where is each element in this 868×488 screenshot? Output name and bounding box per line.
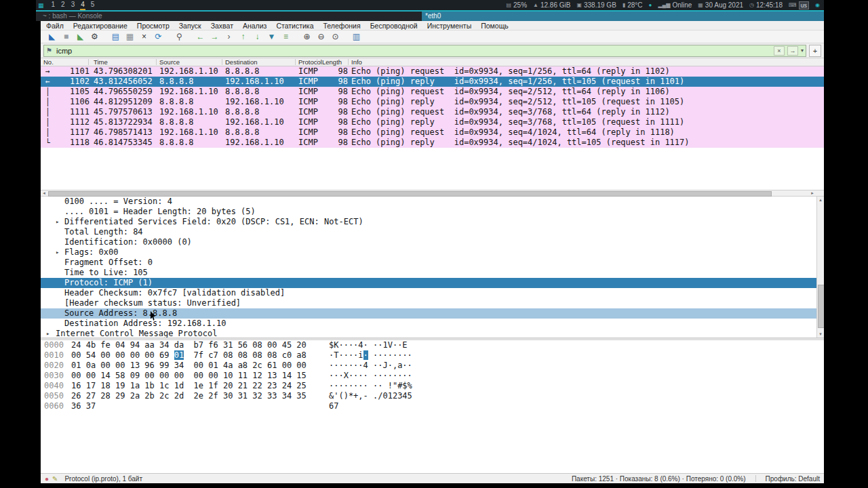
workspace-1[interactable]: 1	[51, 0, 56, 10]
hex-row-0030[interactable]: 003000 00 14 58 09 00 00 00 00 00 10 11 …	[41, 371, 824, 381]
menu-item-4[interactable]: Захват	[211, 22, 233, 30]
menu-item-3[interactable]: Запуск	[179, 22, 201, 30]
detail-line-2[interactable]: ▸Differentiated Services Field: 0x20 (DS…	[41, 217, 824, 227]
expand-arrow-icon[interactable]: ▸	[56, 217, 59, 227]
hex-ascii[interactable]: ···X···· ········	[329, 371, 412, 381]
hex-bytes[interactable]: 36 37	[71, 401, 96, 411]
hex-ascii[interactable]: &'()*+,- ./012345	[329, 391, 412, 401]
detail-line-1[interactable]: .... 0101 = Header Length: 20 bytes (5)	[41, 207, 824, 217]
zoom-100-icon[interactable]: ⊙	[328, 31, 342, 43]
packet-row-1117[interactable]: │111746.798571413192.168.1.108.8.8.8ICMP…	[41, 127, 824, 138]
menu-item-0[interactable]: Файл	[46, 22, 64, 30]
column-header-info[interactable]: Info	[351, 58, 362, 66]
zoom-in-icon[interactable]: ⊕	[300, 31, 314, 43]
hex-bytes[interactable]: 16 17 18 19 1a 1b 1c 1d 1e 1f 20 21 22 2…	[71, 381, 307, 391]
scroll-up-icon[interactable]: ▴	[817, 197, 824, 203]
go-first-packet-icon[interactable]: ↑	[236, 31, 250, 43]
capture-options-icon[interactable]: ⚙	[87, 31, 102, 43]
packet-row-1106[interactable]: │110644.8129512098.8.8.8192.168.1.10ICMP…	[41, 97, 824, 107]
display-filter-field[interactable]: ⚑ × → ▾	[43, 45, 806, 57]
packet-row-1105[interactable]: │110544.796550259192.168.1.108.8.8.8ICMP…	[41, 87, 824, 97]
open-file-icon[interactable]: ▤	[108, 31, 123, 43]
packet-list-hscrollbar[interactable]: ◂ ▸	[41, 190, 824, 197]
hex-row-0050[interactable]: 005026 27 28 29 2a 2b 2c 2d 2e 2f 30 31 …	[41, 391, 824, 401]
detail-line-5[interactable]: ▸Flags: 0x00	[41, 247, 824, 258]
auto-scroll-icon[interactable]: ▼	[264, 31, 279, 43]
app-grid-icon[interactable]: ▦	[38, 2, 44, 9]
filter-clear-icon[interactable]: ×	[774, 46, 785, 56]
packet-row-1102[interactable]: ←110243.8124560528.8.8.8192.168.1.10ICMP…	[41, 77, 824, 87]
column-header-src[interactable]: Source	[159, 58, 180, 66]
menu-item-6[interactable]: Статистика	[276, 22, 313, 30]
hex-bytes[interactable]: 00 00 14 58 09 00 00 00 00 00 10 11 12 1…	[71, 371, 307, 381]
menu-item-8[interactable]: Беспроводной	[370, 22, 418, 30]
add-filter-button[interactable]: +	[809, 45, 821, 57]
packet-row-1118[interactable]: └111846.8147533458.8.8.8192.168.1.10ICMP…	[41, 138, 824, 148]
expand-arrow-icon[interactable]: ▸	[56, 247, 59, 258]
hex-bytes[interactable]: 01 0a 00 00 13 96 99 34 00 01 4a a8 2c 6…	[71, 361, 307, 371]
detail-line-12[interactable]: Destination Address: 192.168.1.10	[41, 319, 824, 329]
stop-capture-icon[interactable]: ■	[59, 31, 73, 43]
detail-line-3[interactable]: Total Length: 84	[41, 227, 824, 237]
detail-line-6[interactable]: Fragment Offset: 0	[41, 258, 824, 268]
profile-status-text[interactable]: Профиль: Default	[766, 475, 820, 483]
hex-row-0020[interactable]: 002001 0a 00 00 13 96 99 34 00 01 4a a8 …	[41, 361, 824, 371]
workspace-2[interactable]: 2	[60, 0, 66, 10]
scroll-right-icon[interactable]: ▸	[809, 190, 816, 196]
hex-bytes[interactable]: 26 27 28 29 2a 2b 2c 2d 2e 2f 30 31 32 3…	[71, 391, 307, 401]
hex-ascii[interactable]: ·······4 ··J·,a··	[329, 361, 412, 371]
hex-row-0010[interactable]: 001000 54 00 00 00 00 69 01 7f c7 08 08 …	[41, 350, 824, 361]
hex-row-0040[interactable]: 004016 17 18 19 1a 1b 1c 1d 1e 1f 20 21 …	[41, 381, 824, 391]
column-header-no[interactable]: No.	[43, 58, 54, 66]
column-header-proto[interactable]: Protocol	[298, 58, 322, 66]
start-capture-icon[interactable]: ◣	[45, 31, 59, 43]
menu-item-9[interactable]: Инструменты	[427, 22, 471, 30]
detail-line-7[interactable]: Time to Live: 105	[41, 268, 824, 278]
detail-line-0[interactable]: 0100 .... = Version: 4	[41, 197, 824, 207]
hex-row-0060[interactable]: 006036 3767	[41, 401, 824, 411]
save-file-icon[interactable]: ▦	[123, 31, 137, 43]
tab-wireshark-eth0[interactable]: *eth0	[422, 12, 824, 21]
go-forward-icon[interactable]: →	[208, 31, 222, 43]
menu-item-7[interactable]: Телефония	[323, 22, 361, 30]
hex-bytes[interactable]: 24 4b fe 04 94 aa 34 da b7 f6 31 56 08 0…	[71, 340, 307, 350]
expert-info-icon[interactable]: ●	[45, 475, 49, 483]
tab-konsole[interactable]: ~ : bash — Konsole	[36, 12, 422, 21]
restart-capture-icon[interactable]: ◣	[73, 31, 87, 43]
find-packet-icon[interactable]: ⚲	[172, 31, 186, 43]
hex-bytes[interactable]: 00 54 00 00 00 00 69 01 7f c7 08 08 08 0…	[71, 350, 307, 361]
resize-columns-icon[interactable]: ▥	[349, 31, 363, 43]
capture-comment-icon[interactable]: ✎	[52, 475, 58, 483]
close-file-icon[interactable]: ×	[137, 31, 151, 43]
filter-bookmark-icon[interactable]: ⚑	[46, 47, 52, 54]
details-vscrollbar[interactable]: ▴ ▾	[816, 197, 824, 338]
power-button[interactable]: ◉	[815, 2, 820, 8]
menu-item-10[interactable]: Помощь	[481, 22, 509, 30]
go-to-packet-icon[interactable]: ›	[222, 31, 236, 43]
column-header-time[interactable]: Time	[94, 58, 108, 66]
packet-row-1101[interactable]: →110143.796308201192.168.1.108.8.8.8ICMP…	[41, 66, 824, 77]
hscrollbar-thumb[interactable]	[48, 191, 772, 197]
workspace-4[interactable]: 4	[80, 0, 85, 10]
workspace-5[interactable]: 5	[90, 0, 96, 10]
hex-row-0000[interactable]: 000024 4b fe 04 94 aa 34 da b7 f6 31 56 …	[41, 340, 824, 350]
vscrollbar-thumb[interactable]	[818, 285, 824, 328]
filter-apply-icon[interactable]: →	[787, 46, 798, 56]
expand-arrow-icon[interactable]: ▸	[46, 329, 50, 338]
scroll-down-icon[interactable]: ▾	[817, 331, 824, 338]
go-last-packet-icon[interactable]: ↓	[250, 31, 264, 43]
detail-line-13[interactable]: ▸Internet Control Message Protocol	[41, 329, 824, 338]
menu-item-1[interactable]: Редактирование	[73, 22, 127, 30]
scroll-left-icon[interactable]: ◂	[41, 190, 47, 196]
hex-ascii[interactable]: 67	[329, 401, 338, 411]
colorize-icon[interactable]: ≡	[279, 31, 293, 43]
workspace-3[interactable]: 3	[71, 0, 76, 10]
filter-dropdown-icon[interactable]: ▾	[801, 47, 804, 54]
detail-line-4[interactable]: Identification: 0x0000 (0)	[41, 237, 824, 247]
packet-row-1111[interactable]: │111145.797570613192.168.1.108.8.8.8ICMP…	[41, 107, 824, 117]
column-header-dst[interactable]: Destination	[225, 58, 258, 66]
column-header-len[interactable]: Length	[322, 58, 342, 66]
detail-line-10[interactable]: [Header checksum status: Unverified]	[41, 298, 824, 308]
detail-line-8[interactable]: Protocol: ICMP (1)	[41, 278, 824, 288]
go-back-icon[interactable]: ←	[193, 31, 208, 43]
